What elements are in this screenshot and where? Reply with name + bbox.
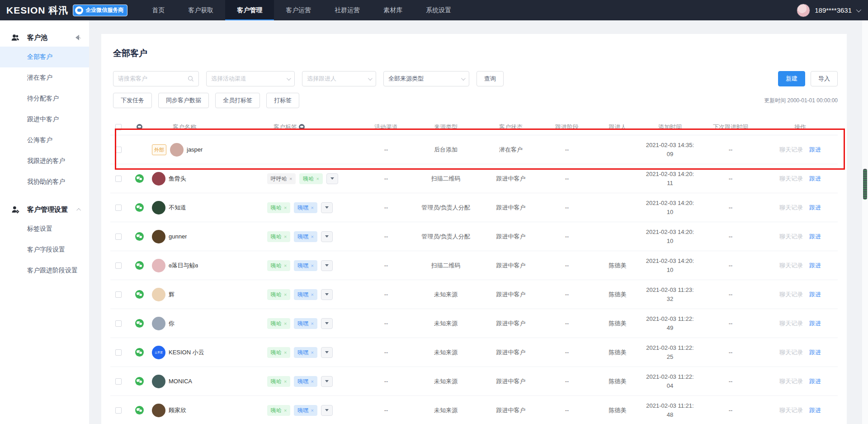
sidebar-item[interactable]: 客户跟进阶段设置 [0,260,89,281]
remove-tag-icon[interactable]: × [284,232,287,241]
remove-tag-icon[interactable]: × [284,290,287,299]
remove-tag-icon[interactable]: × [284,377,287,386]
remove-tag-icon[interactable]: × [311,203,313,212]
user-menu[interactable]: 189****3631 [797,4,860,17]
row-checkbox[interactable] [115,233,122,240]
remove-tag-icon[interactable]: × [316,174,319,183]
tag-dropdown-button[interactable] [321,347,333,358]
nav-item-active[interactable]: 客户管理 [225,0,274,20]
scrollbar-thumb[interactable] [863,169,867,200]
chat-record-link[interactable]: 聊天记录 [779,377,803,386]
chat-record-link[interactable]: 聊天记录 [779,348,803,357]
customer-tag[interactable]: 咦哈× [267,260,290,271]
customer-tag[interactable]: 咦嘿× [294,318,317,329]
filter-select[interactable]: 选择活动渠道 [206,71,295,86]
toolbar-button[interactable]: 下发任务 [113,93,152,108]
sidebar-item[interactable]: 公海客户 [0,130,89,151]
sidebar-item[interactable]: 客户字段设置 [0,239,89,260]
remove-tag-icon[interactable]: × [284,203,287,212]
tag-dropdown-button[interactable] [321,289,333,300]
customer-tag[interactable]: 咦哈× [267,202,290,213]
toolbar-button[interactable]: 全员打标签 [215,93,260,108]
nav-item-[interactable]: 首页 [140,0,176,20]
customer-tag[interactable]: 咦哈× [267,231,290,242]
tag-dropdown-button[interactable] [326,173,338,184]
remove-tag-icon[interactable]: × [311,348,313,357]
chat-record-link[interactable]: 聊天记录 [779,290,803,299]
row-checkbox[interactable] [115,349,122,356]
sidebar-item[interactable]: 我协助的客户 [0,172,89,192]
chat-record-link[interactable]: 聊天记录 [779,203,803,212]
query-button[interactable]: 查询 [476,71,504,86]
page-scrollbar[interactable] [862,20,868,424]
row-checkbox[interactable] [115,262,122,269]
customer-tag[interactable]: 咦哈× [267,405,290,416]
chat-record-link[interactable]: 聊天记录 [779,406,803,415]
tag-dropdown-button[interactable] [321,318,333,329]
sidebar-item[interactable]: 标签设置 [0,219,89,239]
row-checkbox[interactable] [115,205,122,211]
remove-tag-icon[interactable]: × [284,348,287,357]
chat-record-link[interactable]: 聊天记录 [779,145,803,154]
remove-tag-icon[interactable]: × [311,406,313,415]
nav-item-[interactable]: 客户获取 [176,0,225,20]
follow-link[interactable]: 跟进 [809,348,821,357]
row-checkbox[interactable] [115,147,122,153]
remove-tag-icon[interactable]: × [289,174,292,183]
nav-item-[interactable]: 系统设置 [414,0,463,20]
nav-item-[interactable]: 客户运营 [274,0,323,20]
customer-tag[interactable]: 咦嘿× [294,289,317,300]
follow-link[interactable]: 跟进 [809,377,821,386]
tag-dropdown-button[interactable] [321,405,333,416]
follow-link[interactable]: 跟进 [809,145,821,154]
customer-tag[interactable]: 咦哈× [299,173,322,184]
tag-dropdown-button[interactable] [321,202,333,213]
nav-item-[interactable]: 社群运营 [323,0,372,20]
toolbar-button[interactable]: 同步客户数据 [158,93,209,108]
customer-tag[interactable]: 咦哈× [267,289,290,300]
customer-tag[interactable]: 咦嘿× [294,260,317,271]
toolbar-button[interactable]: 打标签 [266,93,299,108]
remove-tag-icon[interactable]: × [311,377,313,386]
nav-item-[interactable]: 素材库 [372,0,414,20]
sidebar-item[interactable]: 跟进中客户 [0,109,89,130]
follow-link[interactable]: 跟进 [809,232,821,241]
follow-link[interactable]: 跟进 [809,406,821,415]
sidebar-section-header[interactable]: 客户管理设置 [0,200,89,219]
remove-tag-icon[interactable]: × [284,261,287,270]
chat-record-link[interactable]: 聊天记录 [779,261,803,270]
customer-tag[interactable]: 咦嘿× [294,405,317,416]
customer-tag[interactable]: 咦哈× [267,347,290,358]
customer-tag[interactable]: 呼呼哈× [267,173,296,184]
row-checkbox[interactable] [115,378,122,385]
import-button[interactable]: 导入 [811,71,838,86]
row-checkbox[interactable] [115,291,122,298]
customer-tag[interactable]: 咦哈× [267,318,290,329]
select-all-checkbox[interactable] [115,124,122,130]
follow-link[interactable]: 跟进 [809,174,821,183]
chat-record-link[interactable]: 聊天记录 [779,319,803,328]
filter-select[interactable]: 选择跟进人 [302,71,376,86]
new-button[interactable]: 新建 [778,71,805,86]
follow-link[interactable]: 跟进 [809,203,821,212]
remove-tag-icon[interactable]: × [311,290,313,299]
tag-dropdown-button[interactable] [321,376,333,387]
customer-tag[interactable]: 咦嘿× [294,347,317,358]
row-checkbox[interactable] [115,407,122,414]
chat-record-link[interactable]: 聊天记录 [779,232,803,241]
sidebar-item[interactable]: 全部客户 [0,47,89,67]
remove-tag-icon[interactable]: × [284,319,287,328]
sidebar-item[interactable]: 我跟进的客户 [0,151,89,172]
follow-link[interactable]: 跟进 [809,290,821,299]
customer-tag[interactable]: 咦哈× [267,376,290,387]
remove-tag-icon[interactable]: × [311,319,313,328]
remove-tag-icon[interactable]: × [311,232,313,241]
tag-dropdown-button[interactable] [321,260,333,271]
chat-record-link[interactable]: 聊天记录 [779,174,803,183]
customer-tag[interactable]: 咦嘿× [294,376,317,387]
remove-tag-icon[interactable]: × [284,406,287,415]
search-input[interactable]: 请搜索客户 [113,71,199,86]
sidebar-item[interactable]: 潜在客户 [0,67,89,88]
row-checkbox[interactable] [115,176,122,182]
customer-tag[interactable]: 咦嘿× [294,231,317,242]
